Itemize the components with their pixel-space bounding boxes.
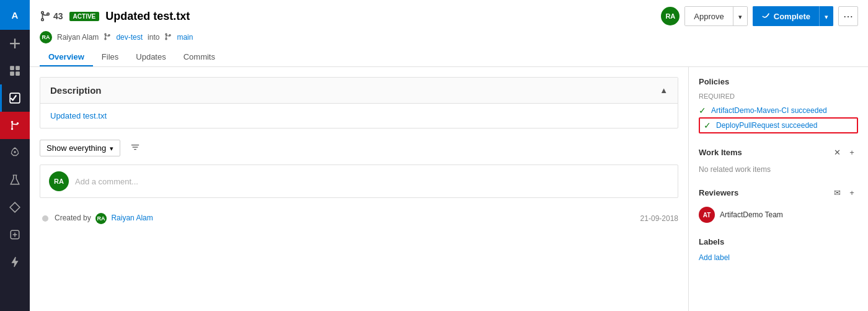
description-card-header: Description ▲ [40, 78, 678, 104]
reviewers-mail-button[interactable]: ✉ [831, 186, 843, 199]
reviewer-avatar-at: AT [699, 207, 715, 223]
work-items-header: Work Items ✕ + [699, 146, 858, 158]
add-label-link[interactable]: Add label [699, 253, 730, 262]
work-items-add-button[interactable]: + [846, 146, 858, 158]
pr-title: Updated test.txt [105, 10, 190, 23]
tab-files[interactable]: Files [93, 48, 127, 66]
filter-chevron-icon [110, 143, 113, 153]
header: 43 ACTIVE Updated test.txt RA Approve [30, 0, 868, 67]
svg-rect-3 [16, 71, 20, 76]
page-header: 43 ACTIVE Updated test.txt RA Approve [30, 0, 868, 67]
sidebar: A [0, 0, 30, 311]
activity-date: 21-09-2018 [640, 214, 678, 223]
work-items-section: Work Items ✕ + No related work items [699, 146, 858, 174]
rocket-icon[interactable] [0, 139, 30, 166]
complete-dropdown[interactable] [820, 6, 833, 26]
work-items-title: Work Items [699, 148, 742, 157]
activity-toolbar: Show everything [40, 138, 678, 157]
policies-header: Policies [699, 77, 858, 86]
pr-icon: 43 [40, 11, 63, 22]
collapse-icon[interactable]: ▲ [660, 86, 668, 95]
artifact-icon[interactable] [0, 221, 30, 248]
more-options-button[interactable]: ⋯ [838, 6, 858, 26]
description-body: Updated test.txt [40, 104, 678, 128]
complete-button-group[interactable]: Complete [753, 6, 833, 26]
plus-icon[interactable] [0, 30, 30, 57]
labels-title: Labels [699, 237, 724, 246]
target-branch-icon [164, 33, 172, 42]
pr-number: 43 [53, 11, 63, 21]
work-items-close-button[interactable]: ✕ [831, 146, 843, 158]
branch-arrow [104, 33, 111, 42]
body: Description ▲ Updated test.txt Show ever… [30, 67, 868, 311]
svg-point-16 [105, 38, 106, 39]
diamond-icon[interactable] [0, 194, 30, 221]
policy-link-1[interactable]: ArtifactDemo-Maven-CI succeeded [711, 106, 827, 115]
header-top: 43 ACTIVE Updated test.txt RA Approve [40, 6, 858, 26]
svg-point-18 [166, 34, 167, 35]
author-name: Raiyan Alam [57, 33, 99, 42]
reviewers-add-button[interactable]: + [846, 186, 858, 199]
svg-rect-1 [16, 66, 20, 70]
description-card: Description ▲ Updated test.txt [40, 77, 678, 128]
org-icon[interactable]: A [0, 0, 30, 30]
creator-avatar-inline: RA [95, 213, 107, 224]
show-everything-dropdown[interactable]: Show everything [40, 140, 120, 156]
git-branches-icon[interactable] [0, 112, 30, 139]
zap-icon[interactable] [0, 248, 30, 276]
svg-point-8 [14, 151, 16, 153]
activity-text: Created by RA Raiyan Alam [55, 213, 634, 224]
reviewers-section: Reviewers ✉ + AT ArtifactDemo Team [699, 186, 858, 225]
complete-button[interactable]: Complete [753, 6, 820, 26]
svg-point-6 [11, 128, 13, 130]
check-icon-2: ✓ [704, 120, 711, 130]
description-title: Description [50, 85, 102, 96]
labels-header: Labels [699, 237, 858, 246]
svg-marker-9 [10, 202, 20, 212]
work-items-actions: ✕ + [831, 146, 858, 158]
main-content: 43 ACTIVE Updated test.txt RA Approve [30, 0, 868, 311]
activity-dot [42, 215, 48, 222]
pr-status-badge: ACTIVE [69, 12, 100, 21]
right-panel: Policies Required ✓ ArtifactDemo-Maven-C… [688, 67, 868, 311]
no-work-items-text: No related work items [699, 165, 771, 174]
svg-point-19 [166, 38, 167, 39]
svg-marker-11 [12, 257, 18, 267]
approve-button[interactable]: Approve [685, 7, 733, 25]
svg-rect-2 [10, 71, 14, 76]
tab-overview[interactable]: Overview [40, 48, 93, 66]
overview-icon[interactable] [0, 57, 30, 84]
policy-item-1: ✓ ArtifactDemo-Maven-CI succeeded [699, 104, 858, 117]
reviewer-item: AT ArtifactDemo Team [699, 205, 858, 225]
creator-name[interactable]: Raiyan Alam [111, 214, 153, 222]
source-branch[interactable]: dev-test [116, 33, 143, 42]
author-avatar: RA [40, 31, 52, 43]
chevron-down-icon [738, 12, 742, 21]
policies-section: Policies Required ✓ ArtifactDemo-Maven-C… [699, 77, 858, 133]
description-content[interactable]: Updated test.txt [50, 111, 107, 120]
tab-updates[interactable]: Updates [127, 48, 174, 66]
into-text: into [148, 33, 159, 42]
svg-point-5 [11, 121, 13, 123]
labels-section: Labels Add label [699, 237, 858, 262]
reviewers-title: Reviewers [699, 188, 738, 197]
checklist-icon[interactable] [0, 84, 30, 112]
policy-link-2[interactable]: DeployPullRequest succeeded [716, 121, 817, 130]
tabs: Overview Files Updates Commits [40, 48, 858, 66]
commenter-avatar: RA [49, 171, 69, 191]
tab-commits[interactable]: Commits [175, 48, 224, 66]
check-icon-1: ✓ [699, 106, 706, 115]
flask-icon[interactable] [0, 166, 30, 194]
comment-placeholder[interactable]: Add a comment... [75, 177, 138, 186]
approve-button-group[interactable]: Approve [684, 6, 747, 26]
approve-dropdown[interactable] [733, 7, 747, 25]
activity-item: Created by RA Raiyan Alam 21-09-2018 [40, 208, 678, 229]
comment-area[interactable]: RA Add a comment... [40, 165, 678, 198]
reviewers-header: Reviewers ✉ + [699, 186, 858, 199]
reviewers-actions: ✉ + [831, 186, 858, 199]
filter-button[interactable] [125, 138, 145, 157]
policies-title: Policies [699, 77, 729, 86]
svg-point-15 [105, 34, 106, 35]
header-sub: RA Raiyan Alam dev-test into [40, 31, 858, 43]
target-branch[interactable]: main [177, 33, 193, 42]
